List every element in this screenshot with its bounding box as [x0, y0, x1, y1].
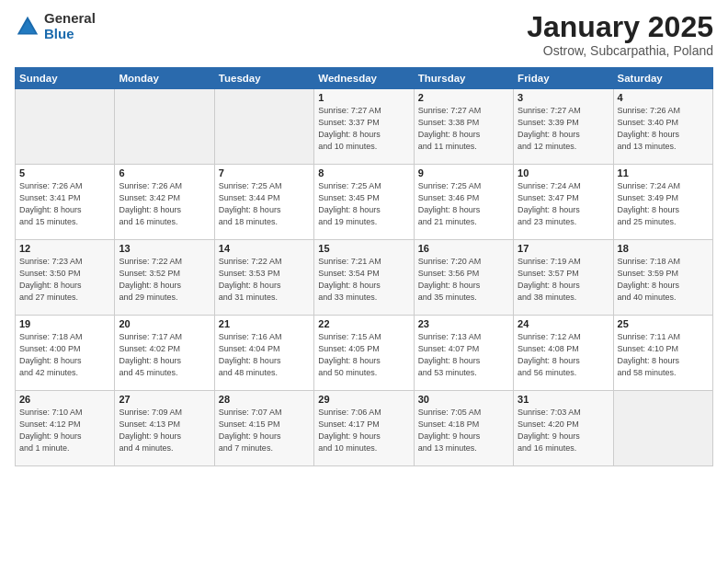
- day-cell: 2Sunrise: 7:27 AM Sunset: 3:38 PM Daylig…: [414, 89, 513, 165]
- day-cell: 17Sunrise: 7:19 AM Sunset: 3:57 PM Dayli…: [514, 240, 613, 316]
- day-cell: 19Sunrise: 7:18 AM Sunset: 4:00 PM Dayli…: [16, 316, 115, 391]
- day-header-wednesday: Wednesday: [314, 68, 414, 89]
- day-info: Sunrise: 7:18 AM Sunset: 4:00 PM Dayligh…: [19, 331, 110, 379]
- day-header-saturday: Saturday: [613, 68, 712, 89]
- day-cell: 23Sunrise: 7:13 AM Sunset: 4:07 PM Dayli…: [414, 316, 513, 391]
- day-info: Sunrise: 7:18 AM Sunset: 3:59 PM Dayligh…: [618, 256, 709, 304]
- day-number: 15: [318, 243, 409, 254]
- day-info: Sunrise: 7:26 AM Sunset: 3:42 PM Dayligh…: [119, 180, 210, 228]
- day-number: 5: [19, 167, 110, 178]
- day-number: 4: [618, 92, 709, 103]
- day-info: Sunrise: 7:21 AM Sunset: 3:54 PM Dayligh…: [318, 256, 409, 304]
- day-cell: 11Sunrise: 7:24 AM Sunset: 3:49 PM Dayli…: [613, 165, 712, 240]
- header-row: SundayMondayTuesdayWednesdayThursdayFrid…: [16, 68, 713, 89]
- week-row-2: 12Sunrise: 7:23 AM Sunset: 3:50 PM Dayli…: [16, 240, 713, 316]
- day-info: Sunrise: 7:22 AM Sunset: 3:52 PM Dayligh…: [119, 256, 210, 304]
- day-info: Sunrise: 7:19 AM Sunset: 3:57 PM Dayligh…: [518, 256, 609, 304]
- calendar-title: January 2025: [527, 11, 713, 43]
- day-info: Sunrise: 7:25 AM Sunset: 3:45 PM Dayligh…: [318, 180, 409, 228]
- day-cell: 31Sunrise: 7:03 AM Sunset: 4:20 PM Dayli…: [514, 391, 613, 466]
- day-number: 8: [318, 167, 409, 178]
- day-info: Sunrise: 7:07 AM Sunset: 4:15 PM Dayligh…: [219, 407, 310, 454]
- day-cell: [115, 89, 214, 165]
- day-info: Sunrise: 7:24 AM Sunset: 3:49 PM Dayligh…: [618, 180, 709, 228]
- day-info: Sunrise: 7:03 AM Sunset: 4:20 PM Dayligh…: [518, 407, 609, 454]
- day-number: 27: [119, 394, 210, 405]
- day-info: Sunrise: 7:16 AM Sunset: 4:04 PM Dayligh…: [219, 331, 310, 379]
- day-info: Sunrise: 7:24 AM Sunset: 3:47 PM Dayligh…: [518, 180, 609, 228]
- day-info: Sunrise: 7:27 AM Sunset: 3:37 PM Dayligh…: [318, 105, 409, 153]
- day-number: 26: [19, 394, 110, 405]
- day-number: 16: [418, 243, 509, 254]
- calendar-table: SundayMondayTuesdayWednesdayThursdayFrid…: [15, 67, 713, 466]
- day-cell: 15Sunrise: 7:21 AM Sunset: 3:54 PM Dayli…: [314, 240, 414, 316]
- week-row-4: 26Sunrise: 7:10 AM Sunset: 4:12 PM Dayli…: [16, 391, 713, 466]
- week-row-3: 19Sunrise: 7:18 AM Sunset: 4:00 PM Dayli…: [16, 316, 713, 391]
- day-cell: 13Sunrise: 7:22 AM Sunset: 3:52 PM Dayli…: [115, 240, 214, 316]
- day-cell: 21Sunrise: 7:16 AM Sunset: 4:04 PM Dayli…: [214, 316, 313, 391]
- day-number: 7: [219, 167, 310, 178]
- day-cell: [16, 89, 115, 165]
- day-header-monday: Monday: [115, 68, 214, 89]
- day-info: Sunrise: 7:27 AM Sunset: 3:38 PM Dayligh…: [418, 105, 509, 153]
- day-info: Sunrise: 7:20 AM Sunset: 3:56 PM Dayligh…: [418, 256, 509, 304]
- day-info: Sunrise: 7:05 AM Sunset: 4:18 PM Dayligh…: [418, 407, 509, 454]
- day-cell: 14Sunrise: 7:22 AM Sunset: 3:53 PM Dayli…: [214, 240, 313, 316]
- day-number: 10: [518, 167, 609, 178]
- page: General Blue January 2025 Ostrow, Subcar…: [0, 0, 728, 563]
- day-cell: 27Sunrise: 7:09 AM Sunset: 4:13 PM Dayli…: [115, 391, 214, 466]
- day-cell: 26Sunrise: 7:10 AM Sunset: 4:12 PM Dayli…: [16, 391, 115, 466]
- day-info: Sunrise: 7:15 AM Sunset: 4:05 PM Dayligh…: [318, 331, 409, 379]
- day-cell: [214, 89, 313, 165]
- day-cell: 24Sunrise: 7:12 AM Sunset: 4:08 PM Dayli…: [514, 316, 613, 391]
- day-cell: 29Sunrise: 7:06 AM Sunset: 4:17 PM Dayli…: [314, 391, 414, 466]
- day-info: Sunrise: 7:26 AM Sunset: 3:41 PM Dayligh…: [19, 180, 110, 228]
- day-cell: 28Sunrise: 7:07 AM Sunset: 4:15 PM Dayli…: [214, 391, 313, 466]
- header: General Blue January 2025 Ostrow, Subcar…: [15, 11, 713, 58]
- day-number: 11: [618, 167, 709, 178]
- day-number: 24: [518, 318, 609, 329]
- day-number: 13: [119, 243, 210, 254]
- day-number: 2: [418, 92, 509, 103]
- day-header-sunday: Sunday: [16, 68, 115, 89]
- day-info: Sunrise: 7:11 AM Sunset: 4:10 PM Dayligh…: [618, 331, 709, 379]
- calendar-subtitle: Ostrow, Subcarpathia, Poland: [527, 43, 713, 58]
- day-header-thursday: Thursday: [414, 68, 513, 89]
- day-cell: 12Sunrise: 7:23 AM Sunset: 3:50 PM Dayli…: [16, 240, 115, 316]
- day-info: Sunrise: 7:06 AM Sunset: 4:17 PM Dayligh…: [318, 407, 409, 454]
- logo-text: General Blue: [44, 11, 96, 41]
- day-cell: 8Sunrise: 7:25 AM Sunset: 3:45 PM Daylig…: [314, 165, 414, 240]
- day-info: Sunrise: 7:17 AM Sunset: 4:02 PM Dayligh…: [119, 331, 210, 379]
- logo-icon: [15, 14, 40, 40]
- day-info: Sunrise: 7:26 AM Sunset: 3:40 PM Dayligh…: [618, 105, 709, 153]
- day-cell: 5Sunrise: 7:26 AM Sunset: 3:41 PM Daylig…: [16, 165, 115, 240]
- day-cell: 9Sunrise: 7:25 AM Sunset: 3:46 PM Daylig…: [414, 165, 513, 240]
- day-info: Sunrise: 7:25 AM Sunset: 3:46 PM Dayligh…: [418, 180, 509, 228]
- day-info: Sunrise: 7:25 AM Sunset: 3:44 PM Dayligh…: [219, 180, 310, 228]
- day-cell: 10Sunrise: 7:24 AM Sunset: 3:47 PM Dayli…: [514, 165, 613, 240]
- day-cell: 3Sunrise: 7:27 AM Sunset: 3:39 PM Daylig…: [514, 89, 613, 165]
- day-cell: 22Sunrise: 7:15 AM Sunset: 4:05 PM Dayli…: [314, 316, 414, 391]
- day-number: 19: [19, 318, 110, 329]
- day-cell: 7Sunrise: 7:25 AM Sunset: 3:44 PM Daylig…: [214, 165, 313, 240]
- day-number: 14: [219, 243, 310, 254]
- day-number: 6: [119, 167, 210, 178]
- day-info: Sunrise: 7:09 AM Sunset: 4:13 PM Dayligh…: [119, 407, 210, 454]
- day-number: 12: [19, 243, 110, 254]
- day-number: 18: [618, 243, 709, 254]
- day-cell: 4Sunrise: 7:26 AM Sunset: 3:40 PM Daylig…: [613, 89, 712, 165]
- day-header-friday: Friday: [514, 68, 613, 89]
- day-number: 1: [318, 92, 409, 103]
- day-cell: [613, 391, 712, 466]
- day-number: 17: [518, 243, 609, 254]
- day-number: 21: [219, 318, 310, 329]
- day-number: 31: [518, 394, 609, 405]
- day-number: 29: [318, 394, 409, 405]
- week-row-0: 1Sunrise: 7:27 AM Sunset: 3:37 PM Daylig…: [16, 89, 713, 165]
- day-info: Sunrise: 7:27 AM Sunset: 3:39 PM Dayligh…: [518, 105, 609, 153]
- title-block: January 2025 Ostrow, Subcarpathia, Polan…: [527, 11, 713, 58]
- day-cell: 6Sunrise: 7:26 AM Sunset: 3:42 PM Daylig…: [115, 165, 214, 240]
- week-row-1: 5Sunrise: 7:26 AM Sunset: 3:41 PM Daylig…: [16, 165, 713, 240]
- day-cell: 30Sunrise: 7:05 AM Sunset: 4:18 PM Dayli…: [414, 391, 513, 466]
- day-number: 20: [119, 318, 210, 329]
